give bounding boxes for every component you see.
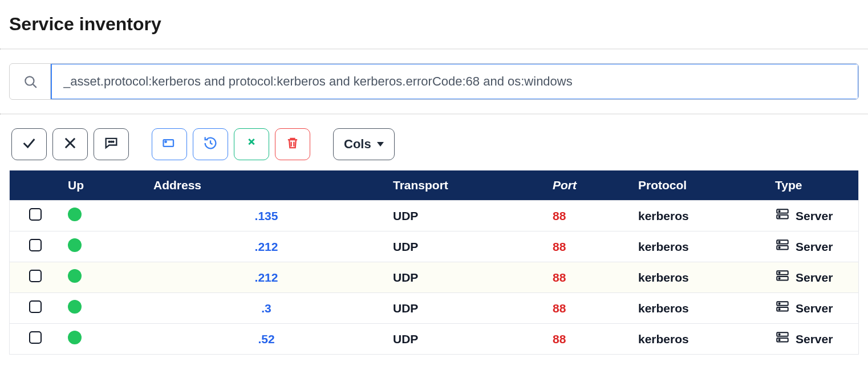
table-row[interactable]: .135UDP88kerberosServer [10, 201, 858, 231]
search-bar [9, 63, 859, 100]
table-header-row: Up Address Transport Port Protocol Type [10, 170, 858, 201]
cell-protocol: kerberos [631, 231, 768, 262]
cell-port: 88 [546, 262, 631, 293]
svg-point-18 [779, 247, 780, 248]
svg-point-30 [779, 339, 780, 340]
columns-button[interactable]: Cols [333, 128, 395, 160]
col-type[interactable]: Type [768, 170, 858, 201]
svg-line-1 [33, 84, 36, 88]
cell-transport: UDP [386, 201, 546, 231]
row-checkbox[interactable] [29, 300, 42, 313]
cell-protocol: kerberos [631, 293, 768, 324]
status-up-icon [68, 331, 82, 344]
toolbar: Cols [0, 128, 868, 170]
status-up-icon [68, 238, 82, 252]
cell-port: 88 [546, 324, 631, 355]
svg-point-13 [779, 211, 780, 212]
svg-point-8 [165, 141, 166, 142]
col-transport[interactable]: Transport [386, 170, 546, 201]
search-icon [10, 64, 51, 99]
row-checkbox[interactable] [29, 270, 42, 282]
merge-icon [244, 135, 259, 154]
svg-point-14 [779, 216, 780, 217]
cell-address[interactable]: .52 [147, 324, 386, 355]
cell-address[interactable]: .212 [147, 262, 386, 293]
table-row[interactable]: .52UDP88kerberosServer [10, 324, 858, 355]
svg-point-22 [779, 278, 780, 279]
comment-button[interactable] [94, 128, 129, 160]
status-up-icon [68, 300, 82, 314]
x-icon [62, 135, 78, 154]
server-icon [775, 330, 790, 348]
cell-transport: UDP [386, 262, 546, 293]
comment-icon [103, 135, 119, 154]
history-button[interactable] [193, 128, 228, 160]
status-up-icon [68, 269, 82, 283]
svg-point-5 [111, 141, 112, 142]
svg-point-0 [25, 76, 34, 85]
svg-point-17 [779, 242, 780, 243]
row-checkbox[interactable] [29, 331, 42, 344]
cell-address[interactable]: .3 [147, 293, 386, 324]
cell-address[interactable]: .212 [147, 231, 386, 262]
cell-address[interactable]: .135 [147, 201, 386, 231]
svg-point-25 [779, 303, 780, 304]
cell-protocol: kerberos [631, 324, 768, 355]
reject-button[interactable] [52, 128, 88, 160]
cell-port: 88 [546, 201, 631, 231]
row-checkbox[interactable] [29, 208, 42, 221]
server-icon [775, 299, 790, 317]
col-up[interactable]: Up [61, 170, 147, 201]
check-icon [21, 135, 37, 154]
col-port[interactable]: Port [546, 170, 631, 201]
cell-protocol: kerberos [631, 262, 768, 293]
service-table: Up Address Transport Port Protocol Type … [9, 170, 859, 355]
table-row[interactable]: .212UDP88kerberosServer [10, 262, 858, 293]
col-protocol[interactable]: Protocol [631, 170, 768, 201]
columns-label: Cols [344, 137, 371, 152]
merge-button[interactable] [234, 128, 269, 160]
col-select [10, 170, 61, 201]
search-input[interactable] [51, 63, 859, 100]
page-title: Service inventory [9, 14, 868, 35]
col-address[interactable]: Address [147, 170, 386, 201]
cell-port: 88 [546, 293, 631, 324]
cell-transport: UDP [386, 324, 546, 355]
history-icon [202, 135, 218, 154]
table-row[interactable]: .3UDP88kerberosServer [10, 293, 858, 324]
svg-point-6 [113, 141, 114, 142]
approve-button[interactable] [11, 128, 47, 160]
cell-protocol: kerberos [631, 201, 768, 231]
svg-point-26 [779, 308, 780, 310]
server-icon [775, 207, 790, 225]
cell-port: 88 [546, 231, 631, 262]
cell-type: Server [768, 324, 858, 355]
svg-point-4 [109, 141, 110, 142]
server-icon [775, 238, 790, 255]
table-row[interactable]: .212UDP88kerberosServer [10, 231, 858, 262]
server-icon [775, 269, 790, 286]
cell-type: Server [768, 262, 858, 293]
cell-transport: UDP [386, 293, 546, 324]
rescan-button[interactable] [152, 128, 187, 160]
svg-point-21 [779, 273, 780, 274]
delete-button[interactable] [275, 128, 310, 160]
status-up-icon [68, 208, 82, 221]
divider [0, 113, 868, 115]
cell-type: Server [768, 231, 858, 262]
cell-type: Server [768, 293, 858, 324]
trash-icon [285, 135, 301, 154]
rectangle-icon [161, 135, 177, 154]
chevron-down-icon [377, 142, 384, 147]
cell-transport: UDP [386, 231, 546, 262]
svg-point-29 [779, 334, 780, 335]
row-checkbox[interactable] [29, 239, 42, 251]
cell-type: Server [768, 201, 858, 231]
